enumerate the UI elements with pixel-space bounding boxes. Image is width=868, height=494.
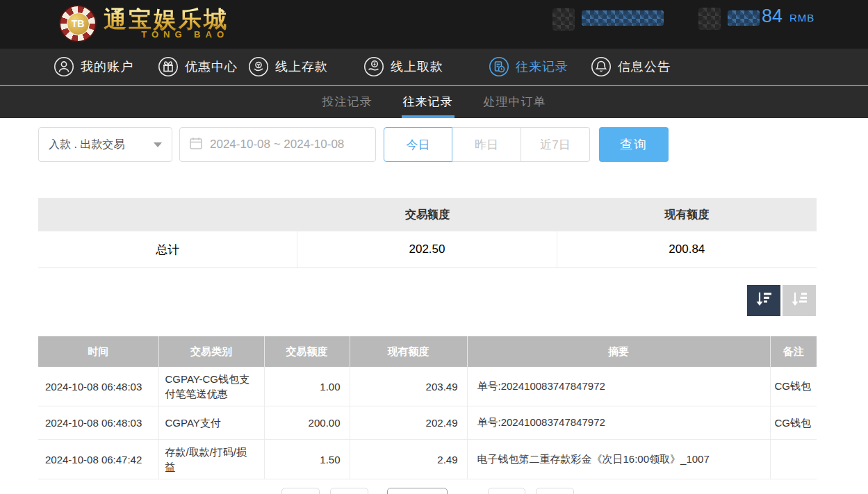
transaction-type-select[interactable]: 入款 . 出款交易 [38, 127, 172, 162]
date-range-value: 2024-10-08 ~ 2024-10-08 [210, 138, 344, 151]
summary-header-balance: 现有额度 [557, 198, 817, 231]
cell-summary: 电子钱包第二重存款彩金《次日16:00领取》_1007 [467, 440, 770, 479]
main-navigation: 我的账户 优惠中心 线上存款 线上取款 [0, 49, 868, 85]
balance-currency: RMB [789, 12, 814, 24]
nav-label: 往来记录 [516, 58, 568, 75]
summary-header-transaction: 交易额度 [297, 198, 557, 231]
cell-time: 2024-10-08 06:48:03 [38, 367, 158, 406]
nav-label: 我的账户 [81, 58, 133, 75]
balance-amount: 84 [762, 6, 783, 27]
transactions-table: 时间 交易类别 交易额度 现有额度 摘要 备注 2024-10-08 06:48… [38, 336, 817, 479]
nav-item-promotions[interactable]: 优惠中心 [158, 49, 238, 85]
cell-time: 2024-10-08 06:47:42 [38, 440, 158, 479]
tab-betting-records[interactable]: 投注记录 [322, 85, 372, 118]
cell-amount: 1.00 [264, 367, 350, 406]
summary-header-empty [38, 198, 297, 231]
user-avatar-censored [552, 8, 575, 31]
cell-type: CGPAY支付 [158, 406, 264, 440]
nav-label: 线上取款 [391, 58, 443, 75]
gift-icon [158, 56, 179, 77]
col-header-balance: 现有额度 [350, 336, 467, 367]
cell-balance: 202.49 [350, 406, 467, 440]
sort-button-bar [747, 285, 816, 316]
nav-label: 线上存款 [275, 58, 328, 75]
pagination-button[interactable] [330, 488, 368, 494]
brand-name-cn: 通宝娱乐城 [104, 8, 229, 31]
query-button[interactable]: 查询 [599, 127, 669, 162]
quick-date-button-group: 今日 昨日 近7日 [384, 127, 590, 162]
page: TB 通宝娱乐城 TONG BAO 84 RMB 我的账户 优惠中心 [0, 0, 868, 494]
summary-total-label: 总计 [38, 231, 297, 267]
nav-item-transaction-records[interactable]: 往来记录 [489, 49, 568, 85]
summary-total-row: 总计 202.50 200.84 [38, 231, 817, 268]
user-icon [54, 56, 74, 77]
nav-item-announcements[interactable]: 信息公告 [591, 49, 671, 85]
calendar-icon [189, 136, 203, 153]
pagination-current-page[interactable] [387, 488, 448, 494]
cell-remark [770, 440, 817, 479]
today-button[interactable]: 今日 [384, 127, 452, 162]
cell-type: CGPAY-CG钱包支付笔笔送优惠 [158, 367, 264, 406]
nav-item-my-account[interactable]: 我的账户 [54, 49, 133, 85]
balance-icon-censored [698, 8, 721, 30]
bell-icon [591, 56, 612, 77]
pagination-button[interactable] [488, 488, 525, 494]
yesterday-button[interactable]: 昨日 [452, 127, 521, 162]
nav-label: 信息公告 [618, 58, 671, 75]
deposit-icon [248, 56, 269, 77]
last-7-days-button[interactable]: 近7日 [521, 127, 590, 162]
brand-logo[interactable]: TB 通宝娱乐城 TONG BAO [59, 5, 229, 42]
tab-processing-orders[interactable]: 处理中订单 [484, 85, 546, 118]
summary-header-row: 交易额度 现有额度 [38, 198, 817, 231]
withdraw-icon [363, 56, 384, 77]
chevron-down-icon [154, 142, 162, 147]
summary-table: 交易额度 现有额度 总计 202.50 200.84 [38, 198, 817, 268]
sort-descending-icon [754, 290, 773, 312]
col-header-summary: 摘要 [467, 336, 770, 367]
poker-chip-icon: TB [59, 5, 97, 42]
cell-balance: 2.49 [350, 440, 467, 479]
sort-descending-button[interactable] [747, 285, 780, 316]
date-range-input[interactable]: 2024-10-08 ~ 2024-10-08 [179, 127, 376, 162]
col-header-amount: 交易额度 [264, 336, 350, 367]
top-header-bar: TB 通宝娱乐城 TONG BAO 84 RMB [0, 0, 868, 49]
records-icon [489, 56, 509, 77]
summary-balance-total: 200.84 [557, 231, 817, 267]
cell-amount: 200.00 [264, 406, 350, 440]
transaction-type-value: 入款 . 出款交易 [49, 138, 154, 152]
sort-ascending-icon [789, 290, 809, 312]
table-row: 2024-10-08 06:48:03 CGPAY支付 200.00 202.4… [38, 406, 817, 440]
cell-type: 存款/取款/打码/损益 [158, 440, 264, 479]
table-row: 2024-10-08 06:47:42 存款/取款/打码/损益 1.50 2.4… [38, 440, 817, 479]
nav-label: 优惠中心 [185, 58, 238, 75]
col-header-time: 时间 [38, 336, 158, 367]
col-header-type: 交易类别 [158, 336, 264, 367]
sort-ascending-button[interactable] [783, 285, 816, 316]
table-row: 2024-10-08 06:48:03 CGPAY-CG钱包支付笔笔送优惠 1.… [38, 367, 817, 406]
username-censored [582, 10, 664, 26]
tab-transaction-records[interactable]: 往来记录 [403, 85, 453, 118]
cell-summary: 单号:202410083747847972 [467, 406, 770, 440]
cell-balance: 203.49 [350, 367, 467, 406]
sub-navigation: 投注记录 往来记录 处理中订单 [0, 85, 868, 118]
filter-bar: 入款 . 出款交易 2024-10-08 ~ 2024-10-08 今日 昨日 … [0, 127, 868, 162]
nav-item-online-deposit[interactable]: 线上存款 [248, 49, 328, 85]
cell-summary: 单号:202410083747847972 [467, 367, 770, 406]
table-header-row: 时间 交易类别 交易额度 现有额度 摘要 备注 [38, 336, 817, 367]
summary-transaction-total: 202.50 [297, 231, 557, 267]
cell-remark: CG钱包 [770, 406, 817, 440]
pagination-button[interactable] [536, 488, 574, 494]
pagination-button[interactable] [281, 488, 320, 494]
nav-item-online-withdrawal[interactable]: 线上取款 [363, 49, 443, 85]
cell-time: 2024-10-08 06:48:03 [38, 406, 158, 440]
col-header-remark: 备注 [770, 336, 817, 367]
balance-censored [728, 10, 760, 26]
cell-amount: 1.50 [264, 440, 350, 479]
cell-remark: CG钱包 [770, 367, 817, 406]
chip-monogram: TB [67, 13, 90, 35]
